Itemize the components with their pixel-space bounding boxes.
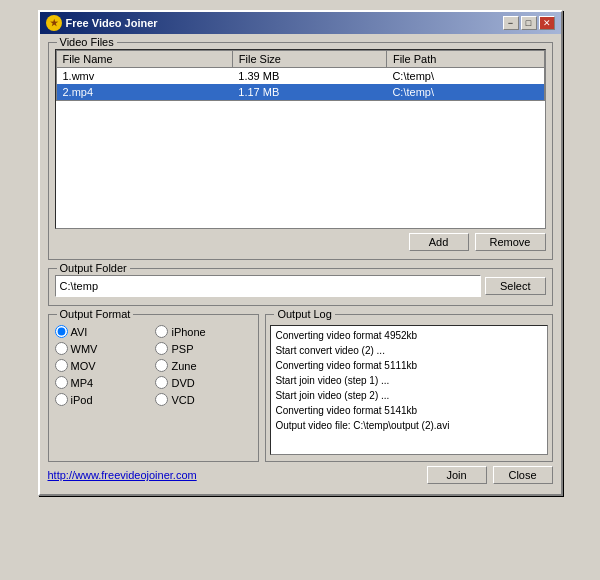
- title-bar: ★ Free Video Joiner − □ ✕: [40, 12, 561, 34]
- radio-label-iphone[interactable]: iPhone: [171, 326, 205, 338]
- format-radio-mov: MOV: [55, 359, 152, 372]
- file-buttons-row: Add Remove: [55, 233, 546, 251]
- website-link[interactable]: http://www.freevideojoiner.com: [48, 469, 197, 481]
- output-log-group: Output Log: [265, 314, 552, 462]
- radio-label-ipod[interactable]: iPod: [71, 394, 93, 406]
- title-bar-left: ★ Free Video Joiner: [46, 15, 158, 31]
- remove-button[interactable]: Remove: [475, 233, 546, 251]
- radio-ipod[interactable]: [55, 393, 68, 406]
- radio-wmv[interactable]: [55, 342, 68, 355]
- radio-mp4[interactable]: [55, 376, 68, 389]
- output-folder-input[interactable]: [55, 275, 481, 297]
- radio-avi[interactable]: [55, 325, 68, 338]
- col-filename: File Name: [56, 51, 232, 68]
- radio-zune[interactable]: [155, 359, 168, 372]
- main-window: ★ Free Video Joiner − □ ✕ Video Files Fi…: [38, 10, 563, 496]
- log-textarea[interactable]: [270, 325, 547, 455]
- minimize-button[interactable]: −: [503, 16, 519, 30]
- format-radio-psp: PSP: [155, 342, 252, 355]
- table-header-row: File Name File Size File Path: [56, 51, 544, 68]
- join-button[interactable]: Join: [427, 466, 487, 484]
- output-folder-row: Select: [55, 275, 546, 297]
- title-buttons: − □ ✕: [503, 16, 555, 30]
- format-radio-grid: AVIiPhoneWMVPSPMOVZuneMP4DVDiPodVCD: [55, 325, 253, 406]
- format-radio-ipod: iPod: [55, 393, 152, 406]
- output-format-label: Output Format: [57, 308, 134, 320]
- radio-label-mp4[interactable]: MP4: [71, 377, 94, 389]
- radio-mov[interactable]: [55, 359, 68, 372]
- file-table: File Name File Size File Path 1.wmv1.39 …: [56, 50, 545, 101]
- radio-label-zune[interactable]: Zune: [171, 360, 196, 372]
- format-radio-avi: AVI: [55, 325, 152, 338]
- add-button[interactable]: Add: [409, 233, 469, 251]
- video-files-group: Video Files File Name File Size File Pat…: [48, 42, 553, 260]
- output-format-group: Output Format AVIiPhoneWMVPSPMOVZuneMP4D…: [48, 314, 260, 462]
- select-folder-button[interactable]: Select: [485, 277, 546, 295]
- radio-label-psp[interactable]: PSP: [171, 343, 193, 355]
- radio-label-wmv[interactable]: WMV: [71, 343, 98, 355]
- footer: http://www.freevideojoiner.com Join Clos…: [48, 462, 553, 486]
- format-radio-dvd: DVD: [155, 376, 252, 389]
- format-radio-zune: Zune: [155, 359, 252, 372]
- bottom-area: Output Format AVIiPhoneWMVPSPMOVZuneMP4D…: [48, 314, 553, 462]
- radio-psp[interactable]: [155, 342, 168, 355]
- table-row[interactable]: 2.mp41.17 MBC:\temp\: [56, 84, 544, 101]
- radio-iphone[interactable]: [155, 325, 168, 338]
- maximize-button[interactable]: □: [521, 16, 537, 30]
- video-files-label: Video Files: [57, 36, 117, 48]
- output-log-label: Output Log: [274, 308, 334, 320]
- radio-dvd[interactable]: [155, 376, 168, 389]
- format-radio-wmv: WMV: [55, 342, 152, 355]
- close-window-button[interactable]: ✕: [539, 16, 555, 30]
- format-radio-vcd: VCD: [155, 393, 252, 406]
- col-filesize: File Size: [232, 51, 386, 68]
- output-folder-label: Output Folder: [57, 262, 130, 274]
- radio-label-dvd[interactable]: DVD: [171, 377, 194, 389]
- table-row[interactable]: 1.wmv1.39 MBC:\temp\: [56, 68, 544, 85]
- file-table-body: 1.wmv1.39 MBC:\temp\2.mp41.17 MBC:\temp\: [56, 68, 544, 101]
- radio-label-avi[interactable]: AVI: [71, 326, 88, 338]
- radio-label-vcd[interactable]: VCD: [171, 394, 194, 406]
- radio-label-mov[interactable]: MOV: [71, 360, 96, 372]
- footer-buttons: Join Close: [427, 466, 553, 484]
- window-body: Video Files File Name File Size File Pat…: [40, 34, 561, 494]
- window-title: Free Video Joiner: [66, 17, 158, 29]
- col-filepath: File Path: [386, 51, 544, 68]
- file-list-container[interactable]: File Name File Size File Path 1.wmv1.39 …: [55, 49, 546, 229]
- format-radio-iphone: iPhone: [155, 325, 252, 338]
- radio-vcd[interactable]: [155, 393, 168, 406]
- output-folder-group: Output Folder Select: [48, 268, 553, 306]
- format-radio-mp4: MP4: [55, 376, 152, 389]
- close-button[interactable]: Close: [493, 466, 553, 484]
- app-icon: ★: [46, 15, 62, 31]
